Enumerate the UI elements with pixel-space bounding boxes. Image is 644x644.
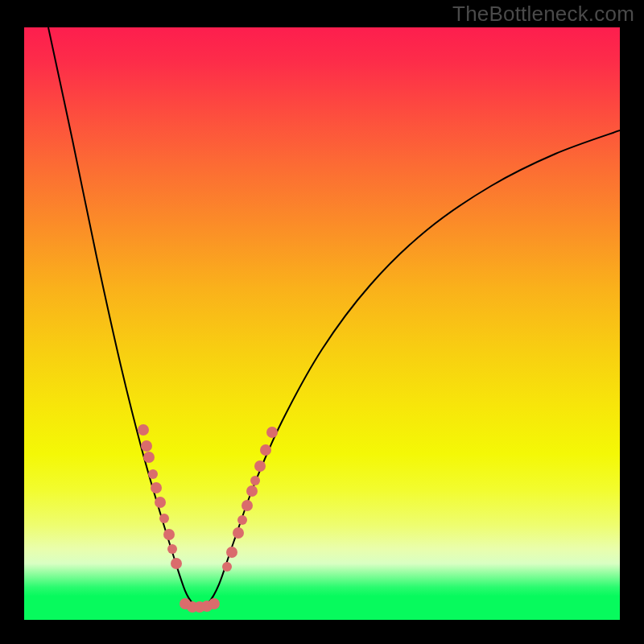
marker-dot bbox=[187, 601, 198, 613]
plot-area bbox=[24, 27, 620, 620]
marker-dot bbox=[246, 485, 258, 497]
marker-dot bbox=[171, 558, 182, 569]
marker-dot bbox=[260, 444, 271, 456]
marker-dot bbox=[155, 497, 166, 508]
chart-frame: TheBottleneck.com bbox=[0, 0, 644, 644]
v-curve-path bbox=[48, 27, 620, 606]
marker-dot bbox=[266, 427, 278, 438]
marker-dot bbox=[233, 527, 244, 539]
marker-dot bbox=[237, 515, 247, 525]
marker-dot bbox=[138, 424, 149, 436]
marker-dot bbox=[148, 469, 158, 479]
marker-dot bbox=[167, 544, 177, 554]
marker-dot bbox=[151, 482, 162, 493]
marker-dot bbox=[226, 547, 237, 558]
marker-dot bbox=[222, 562, 232, 572]
marker-dot bbox=[163, 529, 175, 540]
marker-dot bbox=[141, 440, 152, 452]
marker-dot bbox=[242, 500, 253, 511]
marker-dots bbox=[138, 424, 278, 613]
attribution-text: TheBottleneck.com bbox=[452, 2, 634, 27]
marker-dot bbox=[180, 598, 191, 609]
marker-dot bbox=[143, 452, 155, 463]
marker-dot bbox=[208, 598, 220, 609]
marker-dot bbox=[194, 601, 205, 613]
marker-dot bbox=[159, 514, 169, 523]
marker-dot bbox=[250, 476, 260, 485]
chart-svg bbox=[24, 27, 620, 620]
marker-dot bbox=[201, 601, 213, 612]
marker-dot bbox=[254, 460, 266, 472]
